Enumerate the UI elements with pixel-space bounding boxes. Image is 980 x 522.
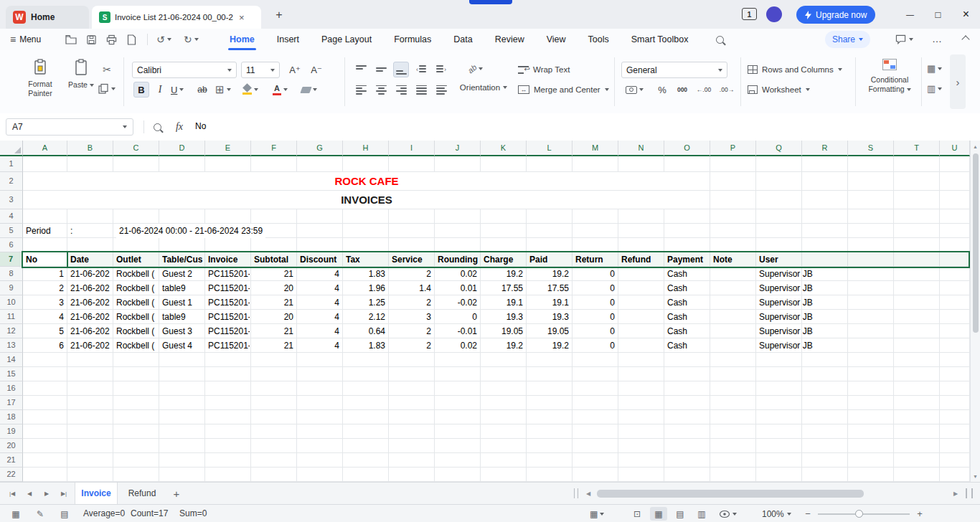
cell[interactable]: 0.64 (343, 324, 385, 338)
horizontal-scroll-thumb[interactable] (597, 490, 864, 498)
select-all-corner[interactable] (0, 141, 23, 156)
tab-home[interactable]: Home (228, 29, 256, 50)
normal-view-button[interactable]: ▦ (650, 507, 667, 521)
cell[interactable]: 19.2 (481, 338, 523, 353)
cell[interactable]: 19.05 (481, 324, 523, 338)
cut-button[interactable]: ✂ (99, 62, 115, 77)
row-header-6[interactable]: 6 (0, 238, 23, 252)
cell[interactable]: -0.02 (435, 295, 477, 310)
hscroll-left-icon[interactable]: ◀ (583, 488, 594, 498)
cell[interactable]: 0 (573, 295, 615, 310)
row-header-19[interactable]: 19 (0, 424, 23, 439)
upgrade-button[interactable]: Upgrade now (796, 6, 875, 24)
tab-data[interactable]: Data (452, 29, 473, 50)
cell[interactable]: table9 (162, 310, 204, 324)
column-header-K[interactable]: K (481, 141, 527, 156)
cell[interactable]: 21 (251, 295, 293, 310)
cell[interactable]: 0 (573, 310, 615, 324)
table-header-cell[interactable]: Charge (484, 252, 527, 267)
cell[interactable]: Cash (667, 338, 709, 353)
cell[interactable]: Supervisor JB (759, 324, 859, 338)
cell[interactable]: Supervisor JB (759, 310, 859, 324)
row-header-10[interactable]: 10 (0, 295, 23, 310)
table-header-cell[interactable]: Service (392, 252, 435, 267)
cell[interactable]: 4 (297, 295, 339, 310)
strikethrough-button[interactable]: ab (194, 82, 211, 98)
hscroll-right-icon[interactable]: ▶ (950, 488, 961, 498)
open-file-button[interactable] (65, 34, 77, 45)
italic-button[interactable]: I (152, 82, 168, 98)
cell[interactable]: Guest 2 (162, 267, 204, 281)
cell-mode-icon[interactable]: ▦ (7, 505, 24, 522)
align-bottom-button[interactable] (393, 62, 409, 77)
increase-font-button[interactable]: A⁺ (286, 62, 304, 78)
wrap-text-button[interactable]: ↩ Wrap Text (518, 62, 570, 77)
cell[interactable]: 2.12 (343, 310, 385, 324)
cell[interactable]: 20 (251, 281, 293, 295)
insert-function-button[interactable]: fx (171, 119, 188, 135)
cell[interactable]: 21 (251, 338, 293, 353)
underline-dropdown-icon[interactable] (179, 88, 184, 91)
table-header-cell[interactable]: Rounding (438, 252, 481, 267)
table-header-cell[interactable]: Refund (621, 252, 664, 267)
row-header-20[interactable]: 20 (0, 439, 23, 453)
minimize-button[interactable]: — (896, 0, 924, 29)
table-header-cell[interactable]: Date (70, 252, 113, 267)
cell[interactable]: Cash (667, 324, 709, 338)
name-box[interactable]: A7 (6, 118, 133, 136)
tab-scroll-split-handle[interactable] (574, 488, 578, 498)
column-header-B[interactable]: B (67, 141, 113, 156)
main-menu-button[interactable]: ≡ Menu (10, 29, 41, 50)
cell[interactable]: Cash (667, 295, 709, 310)
row-header-8[interactable]: 8 (0, 267, 23, 281)
currency-dropdown-icon[interactable] (639, 88, 644, 91)
cell[interactable]: 0.01 (435, 281, 477, 295)
pane-split-handle[interactable] (966, 488, 973, 498)
row-header-3[interactable]: 3 (0, 191, 23, 209)
cell[interactable]: 21 (251, 324, 293, 338)
table-header-cell[interactable]: Tax (346, 252, 389, 267)
increase-decimal-button[interactable]: ←.00 (693, 82, 715, 98)
cell[interactable]: 0 (573, 324, 615, 338)
zoom-out-button[interactable]: − (801, 505, 815, 522)
more-options-button[interactable]: … (928, 29, 946, 49)
prev-sheet-button[interactable]: ◀ (22, 483, 37, 504)
cell[interactable]: Cash (667, 310, 709, 324)
column-header-P[interactable]: P (710, 141, 756, 156)
font-color-button[interactable]: A (273, 82, 288, 98)
print-button[interactable] (105, 34, 118, 45)
scroll-down-icon[interactable]: ▼ (971, 472, 980, 480)
decrease-font-button[interactable]: A⁻ (307, 62, 326, 78)
font-name-select[interactable]: Calibri (132, 62, 237, 78)
page-break-view-button[interactable]: ▥ (693, 505, 710, 522)
distribute-button[interactable] (433, 82, 449, 98)
page-layout-view-button[interactable]: ▤ (672, 505, 689, 522)
comment-button[interactable] (895, 29, 913, 50)
book-view-icon[interactable]: ▤ (56, 505, 73, 522)
column-header-S[interactable]: S (848, 141, 894, 156)
cell[interactable]: PC115201- (208, 324, 250, 338)
font-size-select[interactable]: 11 (241, 62, 280, 78)
zoom-in-button[interactable]: + (913, 505, 927, 522)
format-painter-button[interactable]: Format Painter (17, 59, 63, 106)
redo-dropdown-icon[interactable] (194, 38, 199, 41)
comma-style-button[interactable]: 000 (673, 82, 692, 98)
cell[interactable]: 4 (297, 324, 339, 338)
tab-page-layout[interactable]: Page Layout (320, 29, 373, 50)
cell[interactable]: Cash (667, 267, 709, 281)
user-avatar[interactable] (766, 6, 782, 22)
cell[interactable]: 21-06-202 (70, 281, 112, 295)
home-tab[interactable]: W Home (6, 6, 89, 29)
tab-tools[interactable]: Tools (587, 29, 611, 50)
justify-button[interactable] (413, 82, 429, 98)
zoom-slider-track[interactable] (818, 513, 910, 515)
row-header-12[interactable]: 12 (0, 324, 23, 338)
column-header-F[interactable]: F (251, 141, 297, 156)
scroll-up-icon[interactable]: ▲ (971, 142, 980, 151)
column-header-I[interactable]: I (389, 141, 435, 156)
copy-button[interactable] (98, 83, 116, 95)
cell[interactable]: 4 (297, 310, 339, 324)
row-header-17[interactable]: 17 (0, 396, 23, 410)
cell[interactable]: 19.1 (481, 295, 523, 310)
cell[interactable]: 0 (573, 267, 615, 281)
